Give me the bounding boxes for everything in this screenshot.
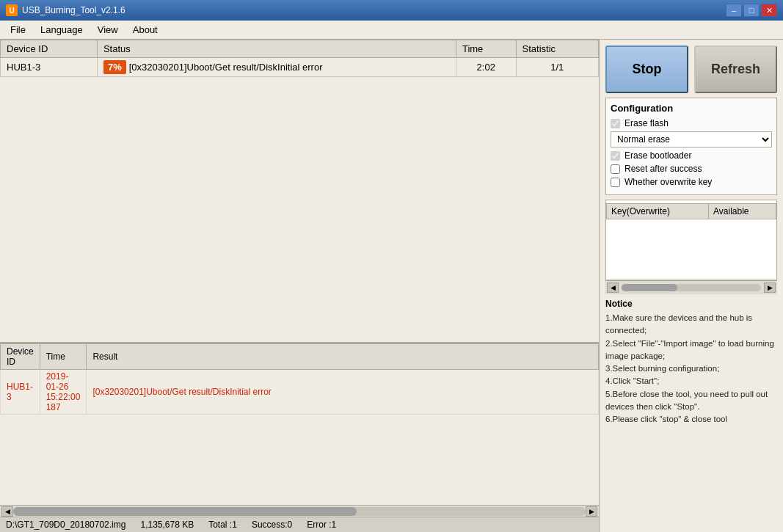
- erase-mode-select[interactable]: Normal erase Full erase No erase: [611, 131, 772, 147]
- status-bar: D:\GT1_709D0_20180702.img 1,135,678 KB T…: [0, 517, 599, 532]
- status-size: 1,135,678 KB: [140, 520, 194, 530]
- title-bar-left: U USB_Burning_Tool_v2.1.6: [6, 4, 125, 16]
- status-text: [0x32030201]Uboot/Get result/DiskInitial…: [129, 62, 323, 73]
- reset-after-success-checkbox[interactable]: [611, 164, 620, 174]
- refresh-button[interactable]: Refresh: [694, 45, 777, 93]
- action-buttons: Stop Refresh: [605, 45, 777, 93]
- reset-after-success-row: Reset after success: [611, 164, 772, 174]
- erase-flash-checkbox[interactable]: [611, 119, 620, 128]
- key-table-container: Key(Overwrite) Available: [605, 200, 777, 280]
- status-total: Total :1: [208, 520, 237, 530]
- right-panel: Stop Refresh Configuration Erase flash N…: [600, 40, 783, 532]
- erase-bootloader-checkbox[interactable]: [611, 151, 620, 161]
- device-table-row: HUB1-3 7% [0x32030201]Uboot/Get result/D…: [1, 58, 599, 77]
- notice-section: Notice 1.Make sure the devices and the h…: [605, 299, 777, 426]
- close-button[interactable]: ✕: [761, 4, 777, 17]
- window-controls: – □ ✕: [726, 4, 777, 17]
- key-scroll-thumb[interactable]: [622, 284, 677, 291]
- menu-bar: File Language View About: [0, 21, 783, 40]
- app-icon: U: [6, 4, 18, 16]
- minimize-button[interactable]: –: [726, 4, 742, 17]
- config-title: Configuration: [611, 103, 772, 114]
- col-time: Time: [456, 40, 516, 58]
- reset-after-success-label: Reset after success: [624, 164, 702, 174]
- time-cell: 2:02: [456, 58, 516, 77]
- log-col-result: Result: [87, 344, 599, 370]
- overwrite-key-row: Whether overwrite key: [611, 177, 772, 187]
- scroll-left-arrow[interactable]: ◀: [1, 506, 13, 517]
- configuration-section: Configuration Erase flash Normal erase F…: [605, 98, 777, 195]
- log-hscrollbar[interactable]: ◀ ▶: [0, 505, 599, 517]
- key-table: Key(Overwrite) Available: [606, 203, 776, 219]
- status-error: Error :1: [307, 520, 336, 530]
- log-table-container: Device ID Time Result HUB1-3 2019-01-26 …: [0, 343, 599, 505]
- erase-flash-label: Erase flash: [624, 118, 669, 128]
- menu-view[interactable]: View: [90, 22, 125, 37]
- log-result-cell: [0x32030201]Uboot/Get result/DiskInitial…: [87, 370, 599, 415]
- menu-about[interactable]: About: [125, 22, 165, 37]
- app-title: USB_Burning_Tool_v2.1.6: [22, 5, 125, 15]
- notice-title: Notice: [605, 299, 777, 309]
- title-bar: U USB_Burning_Tool_v2.1.6 – □ ✕: [0, 0, 783, 21]
- device-table: Device ID Status Time Statistic HUB1-3 7…: [0, 40, 599, 77]
- overwrite-key-label: Whether overwrite key: [624, 177, 712, 187]
- log-id-cell: HUB1-3: [1, 370, 40, 415]
- log-table-row: HUB1-3 2019-01-26 15:22:00 187 [0x320302…: [1, 370, 599, 415]
- overwrite-key-checkbox[interactable]: [611, 178, 620, 187]
- notice-text: 1.Make sure the devices and the hub is c…: [605, 312, 777, 426]
- stop-button[interactable]: Stop: [605, 45, 688, 93]
- key-scrollbar[interactable]: ◀ ▶: [605, 280, 777, 294]
- erase-bootloader-label: Erase bootloader: [624, 150, 691, 161]
- main-content: Device ID Status Time Statistic HUB1-3 7…: [0, 40, 783, 532]
- key-overwrite-section: Key(Overwrite) Available ◀ ▶: [605, 200, 777, 294]
- scroll-right-arrow[interactable]: ▶: [586, 506, 597, 517]
- key-scroll-track[interactable]: [622, 284, 761, 291]
- menu-language[interactable]: Language: [33, 22, 90, 37]
- statistic-cell: 1/1: [516, 58, 598, 77]
- status-file: D:\GT1_709D0_20180702.img: [6, 520, 125, 530]
- menu-file[interactable]: File: [3, 22, 33, 37]
- key-col2: Available: [709, 204, 776, 219]
- left-panel: Device ID Status Time Statistic HUB1-3 7…: [0, 40, 600, 532]
- status-success: Success:0: [252, 520, 292, 530]
- device-id-cell: HUB1-3: [1, 58, 98, 77]
- device-table-container: Device ID Status Time Statistic HUB1-3 7…: [0, 40, 599, 343]
- col-status: Status: [97, 40, 456, 58]
- log-col-device-id: Device ID: [1, 344, 40, 370]
- log-time-cell: 2019-01-26 15:22:00 187: [40, 370, 87, 415]
- key-scroll-left[interactable]: ◀: [607, 283, 619, 293]
- key-col1: Key(Overwrite): [607, 204, 709, 219]
- erase-flash-row: Erase flash: [611, 118, 772, 128]
- log-table: Device ID Time Result HUB1-3 2019-01-26 …: [0, 343, 599, 415]
- erase-bootloader-row: Erase bootloader: [611, 150, 772, 161]
- col-device-id: Device ID: [1, 40, 98, 58]
- log-scroll-track[interactable]: [13, 507, 586, 516]
- log-scroll-thumb[interactable]: [13, 507, 357, 516]
- log-col-time: Time: [40, 344, 87, 370]
- status-cell: 7% [0x32030201]Uboot/Get result/DiskInit…: [97, 58, 456, 77]
- col-statistic: Statistic: [516, 40, 598, 58]
- restore-button[interactable]: □: [743, 4, 760, 17]
- status-percent: 7%: [103, 60, 126, 74]
- key-scroll-right[interactable]: ▶: [764, 283, 776, 293]
